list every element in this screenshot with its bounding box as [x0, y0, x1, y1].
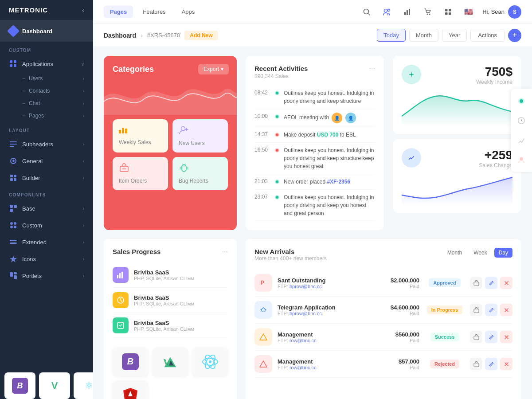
mini-card-item-orders[interactable]: Item Orders	[113, 157, 168, 190]
svg-point-43	[181, 127, 185, 131]
right-icon-0[interactable]	[515, 95, 528, 107]
action-delete-0[interactable]	[500, 277, 512, 289]
sidebar-item-subheaders[interactable]: Subheaders ›	[0, 136, 93, 153]
svg-line-52	[183, 164, 184, 165]
recent-dots-menu[interactable]: ···	[369, 65, 375, 73]
svg-point-68	[209, 360, 211, 363]
action-edit-3[interactable]	[485, 358, 497, 370]
sidebar-sub-users[interactable]: − Users ›	[22, 72, 93, 85]
sidebar-collapse-btn[interactable]: ‹	[82, 7, 84, 14]
svg-point-30	[388, 9, 390, 11]
activity-text-1437: Make deposit USD 700 to ESL	[284, 131, 356, 139]
action-edit-1[interactable]	[485, 304, 497, 316]
svg-rect-6	[10, 146, 14, 147]
activity-list: 08:42 Outlines keep you honest. Indulgin…	[254, 86, 375, 221]
mini-card-weekly-sales[interactable]: Weekly Sales	[113, 119, 168, 153]
grid-icon-btn[interactable]	[442, 5, 455, 19]
right-icon-2[interactable]	[515, 134, 528, 146]
sidebar-item-builder[interactable]: Builder ›	[0, 169, 93, 186]
sidebar: METRONIC ‹ Dashboard CUSTOM Applications…	[0, 0, 93, 399]
chart-icon-btn[interactable]	[401, 5, 414, 19]
fw-angular[interactable]	[113, 380, 148, 399]
tab-apps[interactable]: Apps	[176, 6, 201, 18]
breadcrumb-ref-id: #XRS-45670	[147, 32, 180, 39]
mini-card-new-users[interactable]: New Users	[172, 119, 228, 153]
right-icon-1[interactable]	[515, 114, 528, 127]
shopping-icon-btn[interactable]	[421, 5, 434, 19]
sidebar-sub-chat[interactable]: − Chat ›	[22, 97, 93, 110]
period-year-btn[interactable]: Year	[442, 29, 467, 42]
sidebar-item-custom[interactable]: Custom ›	[0, 217, 93, 234]
subheaders-label: Subheaders	[22, 141, 83, 148]
svg-point-55	[407, 153, 416, 162]
right-icon-3[interactable]	[515, 153, 528, 166]
sales-desc-1: PHP, SQLite, Artisan CLIмм	[134, 301, 194, 306]
arrival-ftp-link-0: bprow@bnc.cc	[289, 284, 322, 289]
arrivals-month-btn[interactable]: Month	[443, 248, 466, 258]
period-month-btn[interactable]: Month	[409, 29, 438, 42]
sidebar-item-extended[interactable]: Extended ›	[0, 234, 93, 250]
add-new-button[interactable]: Add New	[184, 31, 218, 40]
fw-bootstrap[interactable]: B	[113, 347, 148, 376]
framework-vue[interactable]: V	[39, 372, 70, 399]
action-delete-2[interactable]	[500, 331, 512, 343]
sales-item-1: Briviba SaaS PHP, SQLite, Artisan CLIмм	[113, 288, 228, 313]
svg-point-34	[427, 13, 428, 15]
sidebar-contacts-label: Contacts	[29, 88, 50, 94]
tab-features[interactable]: Features	[137, 6, 172, 18]
fw-vue[interactable]: V	[153, 347, 188, 376]
sidebar-sub-contacts[interactable]: − Contacts ›	[22, 85, 93, 97]
change-chart	[402, 173, 512, 204]
sidebar-sub-pages[interactable]: − Pages ›	[22, 110, 93, 122]
period-today-btn[interactable]: Today	[377, 29, 406, 42]
income-chart	[402, 90, 512, 125]
arrival-info-2: Management FTP: row@bnc.cc	[278, 331, 317, 343]
sales-avatar-2	[113, 317, 129, 333]
sidebar-item-dashboard[interactable]: Dashboard	[0, 20, 93, 42]
search-icon-btn[interactable]	[360, 5, 373, 19]
action-view-2[interactable]	[470, 331, 482, 343]
bottom-row: ··· Sales Progress Briviba SaaS PHP, SQL…	[104, 239, 521, 399]
sales-desc-0: PHP, SQLite, Artisan CLIмм	[134, 276, 194, 281]
action-delete-1[interactable]	[500, 304, 512, 316]
svg-rect-14	[10, 205, 13, 208]
action-view-0[interactable]	[470, 277, 482, 289]
arrival-amount-2: $560,000 Paid	[395, 331, 419, 343]
arrivals-day-btn[interactable]: Day	[494, 248, 512, 258]
sidebar-item-general[interactable]: General ›	[0, 153, 93, 169]
sidebar-item-base[interactable]: Base ›	[0, 200, 93, 217]
action-edit-2[interactable]	[485, 331, 497, 343]
fw-react[interactable]	[192, 347, 228, 376]
mini-card-bug-reports[interactable]: Bug Reports	[172, 157, 228, 190]
people-icon-btn[interactable]	[380, 5, 394, 19]
arrival-actions-1	[470, 304, 512, 316]
extended-arrow-icon: ›	[83, 240, 84, 245]
action-edit-0[interactable]	[485, 277, 497, 289]
sidebar-applications-submenu: − Users › − Contacts › − Chat › − Pages …	[0, 72, 93, 122]
arrival-info-1: Telegram Application FTP: bprow@bnc.cc	[278, 304, 336, 316]
sidebar-item-portlets[interactable]: Portlets ›	[0, 267, 93, 284]
action-view-3[interactable]	[470, 358, 482, 370]
add-icon-btn[interactable]: +	[508, 29, 521, 42]
sales-title: Sales Progress	[113, 248, 228, 255]
action-view-1[interactable]	[470, 304, 482, 316]
frameworks-strip-sidebar: B V ⚛	[0, 365, 93, 399]
sales-dots-menu[interactable]: ···	[222, 248, 228, 256]
tab-pages[interactable]: Pages	[104, 6, 133, 18]
framework-react[interactable]: ⚛	[74, 372, 93, 399]
avatar-1: 👤	[332, 113, 342, 123]
export-chevron-icon: ▾	[221, 66, 223, 72]
sub-dash-contacts: −	[22, 88, 25, 94]
action-delete-3[interactable]	[500, 358, 512, 370]
user-profile-btn[interactable]: Hi, Sean S	[482, 5, 521, 19]
sales-avatar-0	[113, 267, 129, 283]
activity-text-1000: AEOL meeting with 👤 👤	[284, 113, 357, 123]
export-button[interactable]: Export ▾	[198, 64, 229, 74]
svg-point-20	[14, 226, 16, 228]
actions-button[interactable]: Actions	[470, 29, 505, 42]
sidebar-item-applications[interactable]: Applications ∨	[0, 55, 93, 72]
sidebar-item-icons[interactable]: Icons ›	[0, 250, 93, 267]
activity-item-1650: 16:50 Outlines keep you honest. Indulgin…	[254, 143, 375, 174]
arrivals-week-btn[interactable]: Week	[469, 248, 491, 258]
framework-bootstrap[interactable]: B	[4, 372, 35, 399]
